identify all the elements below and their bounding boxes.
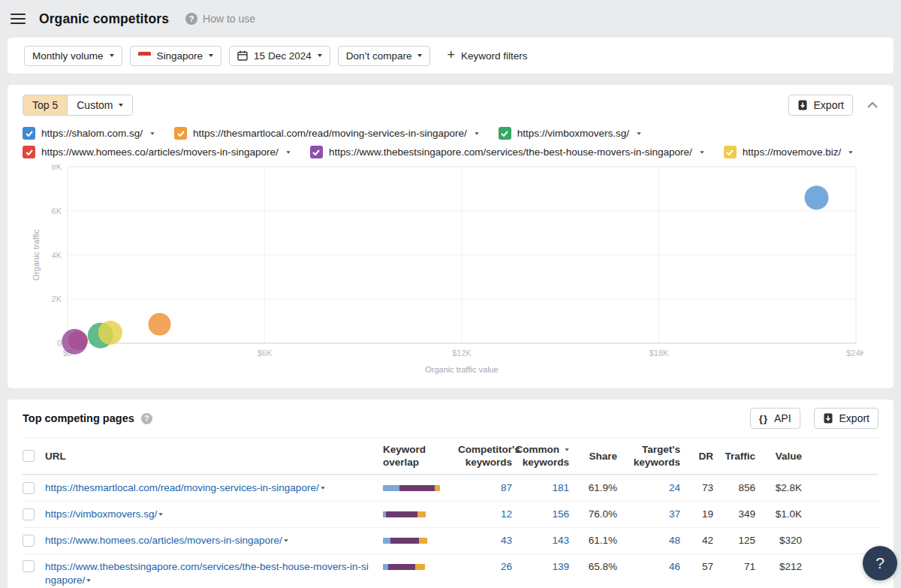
col-keyword-overlap: Keyword overlap <box>383 443 458 469</box>
select-all-checkbox[interactable] <box>23 450 35 462</box>
legend-url: https://vimboxmovers.sg/ <box>517 128 629 139</box>
legend-url: https://www.thebestsingapore.com/service… <box>329 146 692 158</box>
calendar-icon <box>237 50 248 61</box>
page-header: Organic competitors ? How to use <box>0 0 901 38</box>
legend-url: https://shalom.com.sg/ <box>41 128 143 139</box>
legend-checkbox[interactable] <box>174 127 187 140</box>
legend-item[interactable]: https://vimboxmovers.sg/ <box>499 127 641 140</box>
legend-item[interactable]: https://www.thebestsingapore.com/service… <box>310 146 704 158</box>
table-export-button[interactable]: Export <box>814 408 878 429</box>
targets-keywords-link[interactable]: 46 <box>669 561 680 572</box>
help-circle-icon: ? <box>141 413 152 424</box>
bubble-https://thesmartlocal.com/read/moving-services-in-singapore/[interactable] <box>149 313 171 336</box>
legend-item[interactable]: https://movemove.biz/ <box>724 146 853 158</box>
export-file-icon <box>823 413 833 424</box>
keyword-overlap-bar <box>383 485 440 491</box>
overlap-segment <box>390 538 419 544</box>
chevron-down-icon[interactable] <box>150 132 154 135</box>
table-row: https://www.homees.co/articles/movers-in… <box>23 527 878 553</box>
chevron-down-icon[interactable] <box>475 132 478 135</box>
table-header-row: URL Keyword overlap Competitor's keyword… <box>23 437 878 475</box>
common-keywords-link[interactable]: 139 <box>552 561 569 572</box>
chevron-down-icon[interactable] <box>848 151 852 154</box>
legend-url: https://www.homees.co/articles/movers-in… <box>41 146 279 158</box>
chevron-down-icon[interactable] <box>87 579 91 582</box>
competitors-keywords-link[interactable]: 87 <box>501 482 512 493</box>
competitors-keywords-link[interactable]: 43 <box>501 535 512 546</box>
table-row: https://thesmartlocal.com/read/moving-se… <box>23 475 878 501</box>
dr-value: 57 <box>680 560 713 574</box>
plus-icon: + <box>447 48 455 62</box>
collapse-chevron-up-icon[interactable] <box>866 101 878 109</box>
bubble-https://shalom.com.sg/[interactable] <box>805 185 829 210</box>
x-tick-label: $6K <box>258 348 273 357</box>
value-value: $2.8K <box>755 481 802 495</box>
row-checkbox[interactable] <box>23 560 35 572</box>
col-url: URL <box>45 450 383 463</box>
common-keywords-link[interactable]: 156 <box>552 508 569 520</box>
row-url-link[interactable]: https://www.homees.co/articles/movers-in… <box>45 535 282 546</box>
row-checkbox[interactable] <box>23 508 35 520</box>
legend-item[interactable]: https://www.homees.co/articles/movers-in… <box>23 146 291 158</box>
chart-export-button[interactable]: Export <box>788 95 853 116</box>
legend-item[interactable]: https://shalom.com.sg/ <box>23 127 155 140</box>
legend-checkbox[interactable] <box>310 146 323 158</box>
legend-checkbox[interactable] <box>23 146 35 158</box>
floating-help-button[interactable]: ? <box>863 546 897 580</box>
col-value: Value <box>755 450 802 463</box>
tab-custom[interactable]: Custom <box>67 95 132 115</box>
chevron-down-icon[interactable] <box>700 151 704 154</box>
bubble-https://movemove.biz/[interactable] <box>98 321 122 345</box>
common-keywords-link[interactable]: 143 <box>552 535 569 546</box>
api-button[interactable]: {} API <box>750 408 800 429</box>
chevron-down-icon[interactable] <box>159 513 163 516</box>
how-to-use-label: How to use <box>203 13 255 25</box>
chevron-down-icon[interactable] <box>284 539 288 542</box>
y-tick-label: 2K <box>52 294 62 303</box>
row-url-link[interactable]: https://www.thebestsingapore.com/service… <box>45 561 369 586</box>
overlap-segment <box>419 538 427 544</box>
competitors-chart-card: Top 5 Custom Export https://shalo <box>8 85 893 388</box>
menu-icon[interactable] <box>11 14 26 25</box>
y-axis-title: Organic traffic <box>32 229 41 281</box>
compare-dropdown[interactable]: Don’t compare <box>338 46 431 66</box>
volume-dropdown[interactable]: Monthly volume <box>24 46 122 66</box>
legend-checkbox[interactable] <box>499 127 511 140</box>
singapore-flag-icon <box>138 52 151 60</box>
row-checkbox[interactable] <box>23 482 35 494</box>
targets-keywords-link[interactable]: 37 <box>669 508 680 520</box>
top-competing-pages-card: Top competing pages ? {} API Export URL … <box>8 400 893 588</box>
share-value: 61.9% <box>569 481 617 495</box>
targets-keywords-link[interactable]: 48 <box>669 535 680 546</box>
chevron-down-icon[interactable] <box>286 151 290 154</box>
competitors-keywords-link[interactable]: 12 <box>501 508 512 520</box>
keyword-filters-button[interactable]: + Keyword filters <box>442 46 532 66</box>
competitors-keywords-link[interactable]: 26 <box>501 561 512 572</box>
targets-keywords-link[interactable]: 24 <box>669 482 680 493</box>
x-tick-label: $12K <box>452 348 472 357</box>
row-url-link[interactable]: https://thesmartlocal.com/read/moving-se… <box>45 482 319 493</box>
legend-checkbox[interactable] <box>23 127 35 140</box>
tab-top5[interactable]: Top 5 <box>23 95 67 115</box>
traffic-value: 349 <box>713 508 755 521</box>
share-value: 61.1% <box>569 534 617 547</box>
chevron-down-icon[interactable] <box>321 487 324 490</box>
row-checkbox[interactable] <box>23 535 35 547</box>
overlap-segment <box>417 511 426 517</box>
braces-icon: {} <box>759 413 768 424</box>
filter-bar: Monthly volume Singapore 15 Dec 2024 Don… <box>8 38 893 74</box>
col-common-keywords[interactable]: Common keywords <box>512 443 569 469</box>
common-keywords-link[interactable]: 181 <box>552 482 569 493</box>
bubble-https://www.thebestsingapore.com/services/the-best-house-movers-in-singapore/[interactable] <box>62 329 87 354</box>
chevron-down-icon <box>417 54 422 57</box>
row-url-link[interactable]: https://vimboxmovers.sg/ <box>45 508 157 520</box>
overlap-segment <box>388 564 415 570</box>
value-value: $212 <box>755 560 802 574</box>
chevron-down-icon[interactable] <box>637 132 640 135</box>
legend-checkbox[interactable] <box>724 146 737 158</box>
country-dropdown[interactable]: Singapore <box>130 46 222 66</box>
how-to-use-link[interactable]: ? How to use <box>185 13 255 25</box>
date-dropdown[interactable]: 15 Dec 2024 <box>229 46 330 66</box>
keyword-overlap-bar <box>383 538 427 544</box>
legend-item[interactable]: https://thesmartlocal.com/read/moving-se… <box>174 127 479 140</box>
